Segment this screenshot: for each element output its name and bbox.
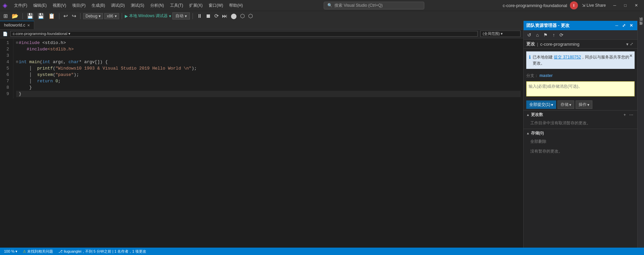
line-num-6: 6	[1, 72, 9, 78]
status-bar: 100 % ▾ ⚠ 未找到相关问题 ⎇ liuguanglei，不到 5 分钟之…	[0, 248, 644, 255]
stash-empty-text: 没有暂存的更改。	[524, 147, 637, 157]
menu-test[interactable]: 测试(S)	[128, 2, 147, 9]
menu-tools[interactable]: 工具(T)	[167, 2, 186, 9]
line-num-4: 4	[1, 59, 9, 65]
live-share-button[interactable]: ⇲ Live Share	[579, 2, 608, 8]
commit-area	[526, 81, 635, 96]
token-close-brace-inner: }	[19, 84, 32, 91]
stash-section-header[interactable]: ▲ 存储(0)	[524, 129, 637, 137]
stash-action-text[interactable]: 全部删除	[524, 137, 637, 147]
user-avatar[interactable]: I	[570, 1, 578, 9]
toolbar-save-btn[interactable]: 💾	[25, 12, 35, 20]
menu-project[interactable]: 项目(P)	[69, 2, 88, 9]
config-label: Debug	[86, 14, 97, 18]
panel-home-btn[interactable]: ⌂	[534, 32, 540, 38]
code-content[interactable]: ⊟ #include <stdio.h> #include <stdlib.h>	[13, 38, 523, 98]
code-line-7: │ return 0 ;	[16, 78, 521, 84]
config-dropdown[interactable]: Debug ▾	[83, 13, 103, 19]
status-zoom[interactable]: 100 % ▾	[3, 248, 19, 255]
panel-refresh-btn[interactable]: ↺	[526, 32, 533, 38]
changes-toggle-icon: ▲	[526, 113, 530, 117]
status-git-icon: ⎇	[58, 249, 63, 254]
menu-edit[interactable]: 编辑(E)	[31, 2, 49, 9]
fold-4[interactable]: ⊟	[16, 59, 18, 65]
line-num-2: 2	[1, 46, 9, 52]
toolbar-new-btn[interactable]: ⊞	[2, 12, 9, 20]
toolbar-debug4-btn[interactable]: ⏭	[221, 12, 229, 20]
actions-button[interactable]: 操作 ▾	[576, 100, 592, 109]
subheader-branch-label: c-core-programming	[540, 42, 579, 47]
stash-toggle-icon: ▲	[526, 131, 530, 135]
toolbar-saveall-btn[interactable]: 💾	[36, 12, 46, 20]
menu-help[interactable]: 帮助(H)	[226, 2, 246, 9]
scope-dropdown[interactable]: (全局范围) ▾	[480, 31, 521, 37]
tab-helloworld[interactable]: helloworld.c ✕	[0, 21, 34, 29]
changes-actions: + ⋯	[622, 112, 635, 118]
status-warning-text: 未找到相关问题	[27, 249, 53, 254]
minimize-button[interactable]: ─	[610, 2, 620, 9]
maximize-button[interactable]: □	[621, 2, 630, 9]
status-zoom-label: 100 %	[4, 249, 14, 253]
panel-title: 团队资源管理器 - 更改	[526, 23, 570, 29]
changes-add-btn[interactable]: +	[622, 112, 627, 118]
info-commit-link[interactable]: 提交 37180752	[554, 55, 581, 59]
commit-all-button[interactable]: 全部提交(1) ▾	[526, 100, 556, 109]
auto-dropdown[interactable]: 自动 ▾	[172, 12, 190, 19]
file-path-dropdown[interactable]: c-core-programming-foundational ▾	[10, 31, 478, 37]
gutter-btn-2[interactable]: 属性	[638, 26, 644, 29]
panel-expand-btn[interactable]: ⤢	[621, 23, 627, 29]
menu-debug[interactable]: 调试(D)	[108, 2, 127, 9]
token-printf: printf	[37, 65, 53, 72]
toolbar-sep-3	[80, 13, 80, 19]
toolbar-debug1-btn[interactable]: ⏸	[196, 12, 204, 20]
status-warning[interactable]: ⚠ 未找到相关问题	[21, 248, 54, 255]
status-git-info[interactable]: ⎇ liuguanglei，不到 5 分钟之前 | 1 名作者，1 项更改	[57, 248, 148, 255]
title-controls: I ⇲ Live Share ─ □ ✕	[570, 1, 641, 9]
info-close-btn[interactable]: ✕	[629, 53, 633, 58]
panel-flag-btn[interactable]: ⚑	[542, 32, 549, 38]
fold-1[interactable]: ⊟	[16, 40, 18, 46]
token-return-kw: return	[37, 78, 53, 84]
run-button[interactable]: ▶ 本地 Windows 调试器 ▾	[125, 13, 171, 19]
commit-message-input[interactable]	[527, 82, 634, 95]
search-box[interactable]: 🔍 搜索 Visual Studio (Ctrl+Q)	[324, 2, 424, 9]
tab-close-icon[interactable]: ✕	[27, 24, 30, 27]
menu-build[interactable]: 生成(B)	[89, 2, 108, 9]
panel-up-btn[interactable]: ↑	[551, 32, 556, 38]
changes-section-header[interactable]: ▲ 更改数 + ⋯	[524, 111, 637, 119]
panel-minimize-btn[interactable]: ─	[613, 23, 620, 29]
toolbar-undo-btn[interactable]: ↩	[62, 12, 69, 20]
toolbar-redo-btn[interactable]: ↪	[70, 12, 77, 20]
toolbar-profile-btn[interactable]: 📋	[47, 12, 56, 20]
menu-file[interactable]: 文件(F)	[11, 2, 30, 9]
path-bar: 📄 c-core-programming-foundational ▾ (全局范…	[0, 30, 523, 38]
code-editor-wrapper: 1 2 3 4 5 6 7 8 9 ⊟ #include <stdio.h>	[0, 38, 523, 248]
panel-sync-btn[interactable]: ⟳	[558, 32, 565, 38]
code-line-6: │ system ( "pause" );	[16, 72, 521, 78]
code-editor[interactable]: 1 2 3 4 5 6 7 8 9 ⊟ #include <stdio.h>	[0, 38, 523, 98]
toolbar-debug2-btn[interactable]: ⏹	[204, 12, 212, 20]
menu-extensions[interactable]: 扩展(X)	[186, 2, 205, 9]
menu-analyze[interactable]: 分析(N)	[148, 2, 167, 9]
changes-more-btn[interactable]: ⋯	[628, 112, 635, 118]
toolbar-debug3-btn[interactable]: ⟳	[213, 12, 220, 20]
save-button[interactable]: 存储 ▾	[557, 100, 574, 109]
menu-view[interactable]: 视图(V)	[50, 2, 69, 9]
subheader-dropdown[interactable]: ▾	[626, 42, 629, 47]
token-int-kw: int	[19, 59, 26, 65]
subheader-title: 更改	[526, 41, 535, 47]
menu-window[interactable]: 窗口(W)	[206, 2, 226, 9]
branch-section: 分支： master	[524, 72, 637, 81]
commit-buttons: 全部提交(1) ▾ 存储 ▾ 操作 ▾	[524, 99, 637, 110]
toolbar-debug6-btn[interactable]: ⬡	[247, 12, 254, 20]
panel-ext-btn[interactable]: ⤢	[629, 41, 635, 47]
toolbar-breakpoint-btn[interactable]: ⬤	[229, 12, 238, 20]
close-button[interactable]: ✕	[631, 2, 641, 9]
gutter-btn-1[interactable]: 团队	[638, 22, 644, 25]
panel-close-btn[interactable]: ✕	[628, 23, 635, 29]
toolbar-open-btn[interactable]: 📂	[10, 12, 20, 20]
toolbar-debug5-btn[interactable]: ⬡	[239, 12, 246, 20]
platform-dropdown[interactable]: x86 ▾	[104, 13, 119, 19]
code-line-5: │ printf ( "Windows10 1903 & Visual Stud…	[16, 65, 521, 72]
branch-name[interactable]: master	[539, 73, 552, 78]
